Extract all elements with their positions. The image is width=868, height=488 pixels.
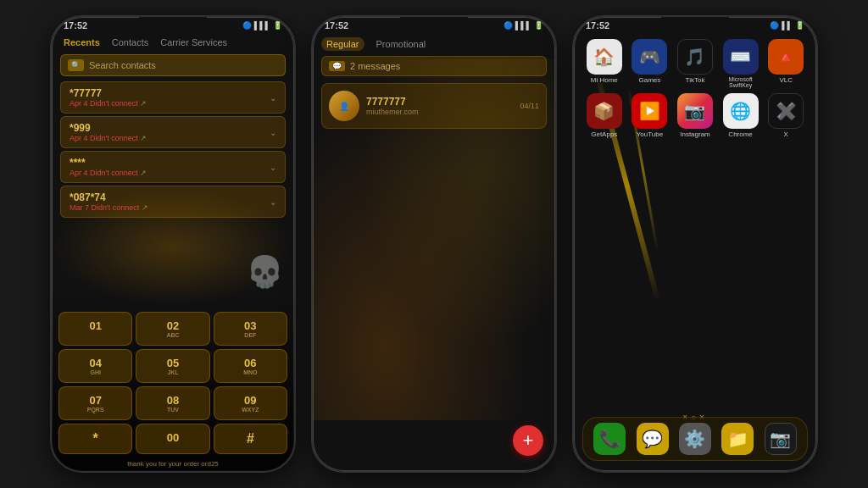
dock-camera[interactable]: 📷 xyxy=(765,423,797,455)
app-swiftkey[interactable]: ⌨️ Microsoft SwiftKey xyxy=(721,39,761,88)
vlc-label: VLC xyxy=(779,76,793,84)
app-instagram[interactable]: 📷 Instagram xyxy=(675,93,715,138)
num-btn-2[interactable]: 02ABC xyxy=(136,312,209,346)
status-icons-1: 🔵 ▌▌▌ 🔋 xyxy=(242,21,282,30)
num-btn-8[interactable]: 08TUV xyxy=(136,386,209,420)
recent-call-2[interactable]: *999 Apr 4 Didn't connect ↗ ⌄ xyxy=(60,116,286,148)
youtube-label: YouTube xyxy=(637,130,663,138)
ticker-text: thank you for your order ord25 xyxy=(52,460,294,468)
call-number-2: *999 xyxy=(70,122,147,134)
bluetooth-icon: 🔵 xyxy=(242,21,252,30)
time-display-2: 17:52 xyxy=(325,20,348,30)
dock-files[interactable]: 📁 xyxy=(721,423,754,455)
notch xyxy=(139,17,207,36)
status-icons-2: 🔵 ▌▌▌ 🔋 xyxy=(504,21,543,30)
signal-icon-2: ▌▌▌ xyxy=(515,21,531,30)
numpad-grid: 01 02ABC 03DEF 04GHI 05JKL 06MNO 07PQRS … xyxy=(58,312,287,454)
recent-call-3[interactable]: **** Apr 4 Didn't connect ↗ ⌄ xyxy=(60,151,286,183)
battery-icon-3: 🔋 xyxy=(795,21,804,30)
call-number-3: **** xyxy=(70,157,147,169)
mi-home-label: Mi Home xyxy=(591,76,618,84)
contact-sub: miuthemer.com xyxy=(366,108,419,116)
tiktok-label: TikTok xyxy=(686,76,705,84)
time-display-1: 17:52 xyxy=(64,20,87,30)
contact-avatar: 👤 xyxy=(329,91,359,121)
app-grid: 🏠 Mi Home 🎮 Games 🎵 TikTok ⌨️ Microsoft … xyxy=(581,39,810,138)
tab-regular[interactable]: Regular xyxy=(321,37,364,51)
dock-phone[interactable]: 📞 xyxy=(593,423,626,455)
games-icon: 🎮 xyxy=(632,39,667,75)
chevron-icon-4: ⌄ xyxy=(270,197,276,207)
call-info-1: *77777 Apr 4 Didn't connect ↗ xyxy=(70,87,147,108)
app-dock: 📞 💬 ⚙️ 📁 📷 xyxy=(582,417,808,461)
chrome-icon: 🌐 xyxy=(723,93,759,129)
chevron-icon-3: ⌄ xyxy=(270,163,276,172)
num-btn-7[interactable]: 07PQRS xyxy=(58,386,132,420)
message-search[interactable]: 💬 2 messages xyxy=(321,56,547,76)
num-btn-4[interactable]: 04GHI xyxy=(58,349,132,383)
battery-icon-2: 🔋 xyxy=(534,21,543,30)
recent-call-4[interactable]: *087*74 Mar 7 Didn't connect ↗ ⌄ xyxy=(60,186,286,218)
num-btn-0[interactable]: 00 xyxy=(136,424,209,454)
chrome-label: Chrome xyxy=(728,130,752,138)
swiftkey-icon: ⌨️ xyxy=(723,39,759,75)
battery-icon: 🔋 xyxy=(273,21,282,30)
message-date: 04/11 xyxy=(520,102,539,110)
app-x[interactable]: ✖️ X xyxy=(765,93,806,138)
message-tabs: Regular Promotional xyxy=(313,34,555,54)
num-btn-5[interactable]: 05JKL xyxy=(136,349,209,383)
avatar-inner: 👤 xyxy=(329,91,359,121)
bt-icon-3: 🔵 xyxy=(770,21,779,30)
tab-recents[interactable]: Recents xyxy=(60,36,103,49)
tab-promotional[interactable]: Promotional xyxy=(371,37,431,51)
call-info-4: *087*74 Mar 7 Didn't connect ↗ xyxy=(70,191,148,212)
tiktok-icon: 🎵 xyxy=(677,39,713,75)
signal-icon-3: ▌▌ xyxy=(782,21,793,30)
num-btn-hash[interactable]: # xyxy=(214,424,287,454)
compose-icon: + xyxy=(523,430,534,452)
message-info: 7777777 miuthemer.com xyxy=(366,96,419,116)
num-btn-6[interactable]: 06MNO xyxy=(214,349,287,383)
call-detail-4: Mar 7 Didn't connect ↗ xyxy=(70,203,148,212)
youtube-icon: ▶️ xyxy=(632,93,667,129)
call-detail-1: Apr 4 Didn't connect ↗ xyxy=(70,99,147,108)
compose-fab-button[interactable]: + xyxy=(513,425,543,456)
app-mi-home[interactable]: 🏠 Mi Home xyxy=(584,39,625,88)
status-icons-3: 🔵 ▌▌ 🔋 xyxy=(770,21,804,30)
search-placeholder: Search contacts xyxy=(89,60,156,70)
search-bar[interactable]: 🔍 Search contacts xyxy=(60,54,286,76)
mi-home-icon: 🏠 xyxy=(587,39,622,75)
app-youtube[interactable]: ▶️ YouTube xyxy=(630,93,670,138)
signal-icon: ▌▌▌ xyxy=(254,21,270,30)
call-info-3: **** Apr 4 Didn't connect ↗ xyxy=(70,157,147,177)
home-screen: 17:52 🔵 ▌▌ 🔋 🏠 Mi Home 🎮 Games 🎵 TikTok xyxy=(574,17,816,471)
search-icon: 🔍 xyxy=(68,59,84,71)
dock-settings[interactable]: ⚙️ xyxy=(679,423,711,455)
dialer-tabs: Recents Contacts Carrier Services xyxy=(52,34,294,53)
num-btn-star[interactable]: * xyxy=(58,424,132,454)
num-btn-1[interactable]: 01 xyxy=(58,312,132,346)
app-getapps[interactable]: 📦 GetApps xyxy=(584,93,625,138)
dock-messages[interactable]: 💬 xyxy=(637,423,669,455)
chevron-icon-2: ⌄ xyxy=(270,128,276,137)
tab-contacts[interactable]: Contacts xyxy=(108,36,152,49)
app-chrome[interactable]: 🌐 Chrome xyxy=(721,93,761,138)
messages-screen: 17:52 🔵 ▌▌▌ 🔋 Regular Promotional 💬 2 me… xyxy=(313,17,555,471)
getapps-icon: 📦 xyxy=(587,93,622,129)
message-item-1[interactable]: 👤 7777777 miuthemer.com 04/11 xyxy=(321,83,547,129)
instagram-icon: 📷 xyxy=(677,93,713,129)
app-vlc[interactable]: 🔺 VLC xyxy=(765,39,806,88)
call-detail-2: Apr 4 Didn't connect ↗ xyxy=(70,134,147,142)
msg-icon: 💬 xyxy=(329,61,345,71)
call-number-4: *087*74 xyxy=(70,191,148,203)
app-tiktok[interactable]: 🎵 TikTok xyxy=(675,39,715,88)
num-btn-9[interactable]: 09WXYZ xyxy=(214,386,287,420)
getapps-label: GetApps xyxy=(591,130,617,138)
phone-dialer: 17:52 🔵 ▌▌▌ 🔋 Recents Contacts Carrier S… xyxy=(50,15,296,473)
app-games[interactable]: 🎮 Games xyxy=(630,39,670,88)
instagram-label: Instagram xyxy=(680,130,710,138)
num-btn-3[interactable]: 03DEF xyxy=(214,312,287,346)
tab-carrier[interactable]: Carrier Services xyxy=(157,36,231,49)
recent-call-1[interactable]: *77777 Apr 4 Didn't connect ↗ ⌄ xyxy=(60,81,286,114)
x-icon: ✖️ xyxy=(768,93,804,129)
